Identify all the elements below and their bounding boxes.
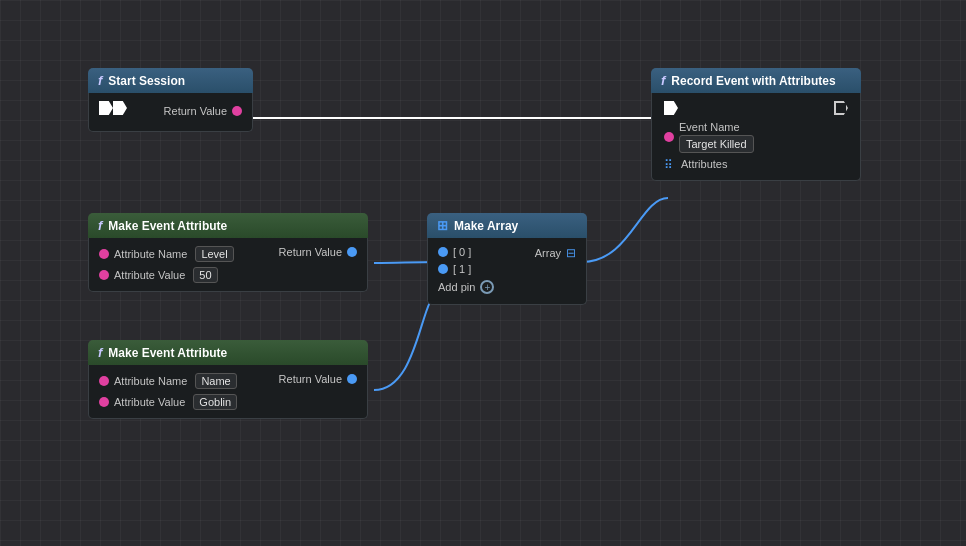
- make-event-attr-1-header: f Make Event Attribute: [88, 213, 368, 238]
- record-exec-row: [664, 101, 848, 115]
- add-pin-row[interactable]: Add pin +: [438, 280, 494, 294]
- array-index-0-row: [ 0 ]: [438, 246, 494, 258]
- event-name-label: Event Name: [679, 121, 754, 133]
- event-name-container: Event Name Target Killed: [679, 121, 754, 153]
- array-output-label: Array: [535, 247, 561, 259]
- make-event-attr-2-header: f Make Event Attribute: [88, 340, 368, 365]
- return-val-1-pin[interactable]: [347, 247, 357, 257]
- array-index-1-row: [ 1 ]: [438, 263, 494, 275]
- make-event-attr-2-node: f Make Event Attribute Attribute Name Na…: [88, 340, 368, 419]
- make-event-attr-2-left: Attribute Name Name Attribute Value Gobl…: [99, 373, 237, 410]
- array-index-1-pin[interactable]: [438, 264, 448, 274]
- record-event-body: Event Name Target Killed Attributes: [651, 93, 861, 181]
- return-val-2-pin[interactable]: [347, 374, 357, 384]
- func-icon: f: [98, 73, 102, 88]
- record-exec-in[interactable]: [664, 101, 678, 115]
- event-name-value: Target Killed: [679, 135, 754, 153]
- return-val-1-row: Return Value: [279, 246, 357, 258]
- return-value-row: Return Value: [164, 105, 242, 117]
- attr-name-1-label: Attribute Name: [114, 248, 187, 260]
- start-session-node: f Start Session Return Value: [88, 68, 253, 132]
- attr-name-1-row: Attribute Name Level: [99, 246, 234, 262]
- return-value-label: Return Value: [164, 105, 227, 117]
- make-array-title: Make Array: [454, 219, 518, 233]
- start-session-title: Start Session: [108, 74, 185, 88]
- attr-val-1-row: Attribute Value 50: [99, 267, 234, 283]
- make-array-body: [ 0 ] [ 1 ] Add pin + Array ⊟: [427, 238, 587, 305]
- add-pin-icon[interactable]: +: [480, 280, 494, 294]
- attr-name-2-row: Attribute Name Name: [99, 373, 237, 389]
- add-pin-label: Add pin: [438, 281, 475, 293]
- attr-val-1-value: 50: [193, 267, 217, 283]
- array-index-0-label: [ 0 ]: [453, 246, 471, 258]
- exec-row: [99, 101, 127, 115]
- attr-name-1-pin[interactable]: [99, 249, 109, 259]
- return-val-2-row: Return Value: [279, 373, 357, 385]
- attr-name-1-value: Level: [195, 246, 233, 262]
- array-index-1-label: [ 1 ]: [453, 263, 471, 275]
- start-session-body: Return Value: [88, 93, 253, 132]
- make-event-attr-1-left: Attribute Name Level Attribute Value 50: [99, 246, 234, 283]
- array-output-icon: ⊟: [566, 246, 576, 260]
- event-name-row: Event Name Target Killed: [664, 121, 848, 153]
- record-event-header: f Record Event with Attributes: [651, 68, 861, 93]
- record-event-node: f Record Event with Attributes Event Nam…: [651, 68, 861, 181]
- make-array-right: Array ⊟: [535, 246, 576, 260]
- exec-out-pin[interactable]: [113, 101, 127, 115]
- attr-val-2-pin[interactable]: [99, 397, 109, 407]
- start-session-header: f Start Session: [88, 68, 253, 93]
- make-array-node: ⊞ Make Array [ 0 ] [ 1 ] Add pin + Array…: [427, 213, 587, 305]
- array-header-icon: ⊞: [437, 218, 448, 233]
- make-array-header: ⊞ Make Array: [427, 213, 587, 238]
- event-name-pin[interactable]: [664, 132, 674, 142]
- attributes-pin[interactable]: [664, 158, 676, 170]
- make-event-attr-1-body: Attribute Name Level Attribute Value 50 …: [88, 238, 368, 292]
- attr-val-1-label: Attribute Value: [114, 269, 185, 281]
- make-event-attr-2-body: Attribute Name Name Attribute Value Gobl…: [88, 365, 368, 419]
- record-exec-out[interactable]: [834, 101, 848, 115]
- array-index-0-pin[interactable]: [438, 247, 448, 257]
- make-event-attr-1-title: Make Event Attribute: [108, 219, 227, 233]
- make-event-attr-1-node: f Make Event Attribute Attribute Name Le…: [88, 213, 368, 292]
- return-val-1-label: Return Value: [279, 246, 342, 258]
- attr-name-2-value: Name: [195, 373, 236, 389]
- return-value-pin[interactable]: [232, 106, 242, 116]
- attr-name-2-label: Attribute Name: [114, 375, 187, 387]
- attr-val-2-label: Attribute Value: [114, 396, 185, 408]
- attr-val-2-row: Attribute Value Goblin: [99, 394, 237, 410]
- attr-val-1-pin[interactable]: [99, 270, 109, 280]
- func-icon-make2: f: [98, 345, 102, 360]
- make-event-attr-2-title: Make Event Attribute: [108, 346, 227, 360]
- exec-in-pin[interactable]: [99, 101, 113, 115]
- func-icon-make1: f: [98, 218, 102, 233]
- attributes-row: Attributes: [664, 158, 848, 170]
- func-icon-record: f: [661, 73, 665, 88]
- attr-val-2-value: Goblin: [193, 394, 237, 410]
- return-val-2-label: Return Value: [279, 373, 342, 385]
- attributes-label: Attributes: [681, 158, 727, 170]
- make-array-left: [ 0 ] [ 1 ] Add pin +: [438, 246, 494, 294]
- attr-name-2-pin[interactable]: [99, 376, 109, 386]
- record-event-title: Record Event with Attributes: [671, 74, 835, 88]
